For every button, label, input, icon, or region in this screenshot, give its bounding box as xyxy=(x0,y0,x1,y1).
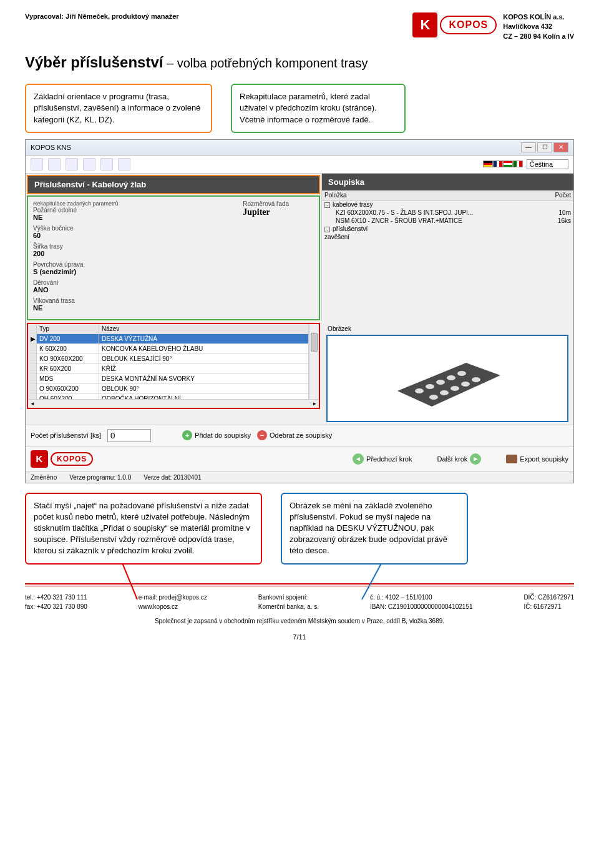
svg-point-11 xyxy=(461,382,470,387)
param-label: Výška bočnice xyxy=(33,225,119,232)
app-window: KOPOS KNS — ☐ ✕ Čeština xyxy=(25,139,574,483)
params-heading: Rekapitulace zadaných parametrů xyxy=(33,200,119,207)
language-flags[interactable] xyxy=(483,160,523,167)
param-value: ANO xyxy=(33,286,314,293)
image-label: Obrázek xyxy=(326,323,568,335)
divider xyxy=(25,586,574,586)
svg-point-4 xyxy=(426,384,434,389)
param-value: 200 xyxy=(33,250,314,257)
scrollbar-horizontal[interactable]: ◄► xyxy=(28,399,319,408)
svg-point-12 xyxy=(472,377,480,382)
table-row[interactable]: OH 60X200ODBOČKA HORIZONTÁLNÍ xyxy=(28,394,309,399)
scrollbar-vertical[interactable] xyxy=(309,324,319,399)
svg-point-7 xyxy=(457,371,466,376)
count-input[interactable] xyxy=(107,429,151,442)
toolbar-icon[interactable] xyxy=(83,158,95,170)
param-label: Rozměrová řada xyxy=(243,200,289,207)
briefcase-icon xyxy=(506,455,517,463)
next-step-button[interactable]: Další krok ► xyxy=(437,453,481,465)
tree-row[interactable]: NSM 6X10 - ZNCR - ŠROUB VRAT.+MATICE16ks xyxy=(322,217,573,225)
svg-point-9 xyxy=(440,390,449,395)
col-header: Počet xyxy=(542,190,573,200)
count-label: Počet příslušenství [ks] xyxy=(31,432,101,439)
callout-recap: Rekapitulace parametrů, které zadal uživ… xyxy=(231,84,406,133)
tree-expand-icon[interactable]: - xyxy=(324,227,330,232)
col-header: Položka xyxy=(322,190,542,200)
svg-point-6 xyxy=(447,375,455,380)
callout-orientation: Základní orientace v programu (trasa, př… xyxy=(25,84,212,133)
add-to-list-button[interactable]: + Přidat do soupisky xyxy=(182,430,251,440)
status-version: Verze programu: 1.0.0 xyxy=(69,474,131,481)
tree-row[interactable]: zavěšení xyxy=(322,233,573,241)
col-header: Typ xyxy=(37,324,99,334)
callout-grid-usage: Stačí myší „najet“ na požadované přísluš… xyxy=(25,493,262,565)
col-header: Název xyxy=(99,324,309,334)
param-value: NE xyxy=(33,304,314,312)
svg-marker-2 xyxy=(397,363,500,407)
language-select[interactable]: Čeština xyxy=(527,159,568,169)
toolbar-icon[interactable] xyxy=(100,158,113,170)
close-button[interactable]: ✕ xyxy=(553,142,568,152)
table-row[interactable]: ▶DV 200DESKA VÝZTUŽNÁ xyxy=(28,334,309,344)
prev-step-button[interactable]: ◄ Předchozí krok xyxy=(353,453,412,465)
svg-point-3 xyxy=(415,388,424,393)
section-header-left: Příslušenství - Kabelový žlab xyxy=(27,175,320,194)
param-value: Jupiter xyxy=(243,207,289,217)
param-value: 60 xyxy=(33,232,119,239)
arrow-left-icon: ◄ xyxy=(353,453,364,465)
table-row[interactable]: K 60X200KONCOVKA KABELOVÉHO ŽLABU xyxy=(28,344,309,354)
svg-point-8 xyxy=(429,395,438,400)
param-label: Víkovaná trasa xyxy=(33,297,314,304)
param-label: Šířka trasy xyxy=(33,243,314,250)
param-value: S (sendzimir) xyxy=(33,268,314,275)
tree-row[interactable]: -příslušenství xyxy=(322,225,573,233)
tree-row[interactable]: KZI 60X200X0.75 - S - ŽLAB S INT.SPOJ. J… xyxy=(322,209,573,217)
toolbar-icon[interactable] xyxy=(48,158,61,170)
arrow-right-icon: ► xyxy=(470,453,481,465)
kopos-logo: K KOPOS xyxy=(412,12,497,37)
maximize-button[interactable]: ☐ xyxy=(537,142,552,152)
status-changed: Změněno xyxy=(31,474,57,481)
document-footer: tel.: +420 321 730 111 fax: +420 321 730… xyxy=(25,593,574,626)
toolbar-icon[interactable] xyxy=(66,158,78,170)
page-title: Výběr příslušenství – volba potřebných k… xyxy=(25,54,574,71)
table-row[interactable]: KO 90X60X200OBLOUK KLESAJÍCÍ 90° xyxy=(28,354,309,364)
toolbar-icon[interactable] xyxy=(118,158,130,170)
tree-row[interactable]: -kabelové trasy xyxy=(322,200,573,209)
tree-expand-icon[interactable]: - xyxy=(324,202,330,208)
accessory-grid[interactable]: Typ Název ▶DV 200DESKA VÝZTUŽNÁK 60X200K… xyxy=(27,323,320,409)
preview-image xyxy=(326,335,568,422)
svg-point-5 xyxy=(436,380,445,385)
export-button[interactable]: Export soupisky xyxy=(506,455,568,463)
minimize-button[interactable]: — xyxy=(521,142,536,152)
param-label: Povrchová úprava xyxy=(33,261,314,268)
window-title: KOPOS KNS xyxy=(31,144,71,151)
minus-icon: − xyxy=(257,430,267,440)
company-info: KOPOS KOLÍN a.s. Havlíčkova 432 CZ – 280… xyxy=(503,12,574,41)
callout-image: Obrázek se mění na základě zvoleného pří… xyxy=(281,493,468,565)
section-header-right: Soupiska xyxy=(322,174,573,190)
param-label: Děrování xyxy=(33,279,314,286)
divider xyxy=(25,583,574,584)
table-row[interactable]: KR 60X200KŘÍŽ xyxy=(28,364,309,374)
table-row[interactable]: O 90X60X200OBLOUK 90° xyxy=(28,384,309,394)
svg-point-10 xyxy=(450,386,459,391)
toolbar-icon[interactable] xyxy=(31,158,43,170)
author-line: Vypracoval: Jiří Němeček, produktový man… xyxy=(25,12,179,20)
page-number: 7/11 xyxy=(25,633,574,641)
param-value: NE xyxy=(33,214,119,221)
status-data-version: Verze dat: 20130401 xyxy=(144,474,201,481)
remove-from-list-button[interactable]: − Odebrat ze soupisky xyxy=(257,430,332,440)
kopos-logo-small: K KOPOS xyxy=(31,450,93,468)
plus-icon: + xyxy=(182,430,192,440)
table-row[interactable]: MDSDESKA MONTÁŽNÍ NA SVORKY xyxy=(28,374,309,384)
param-label: Požárně odolné xyxy=(33,207,119,214)
